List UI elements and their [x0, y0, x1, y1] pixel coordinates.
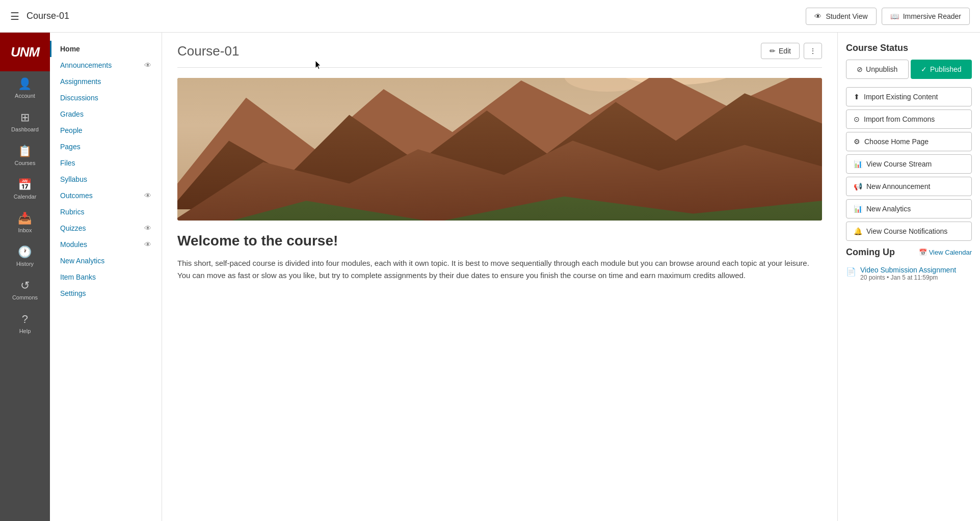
course-status-title: Course Status	[846, 43, 972, 53]
global-nav-item-commons[interactable]: ↺ Commons	[8, 273, 42, 307]
course-nav-item-announcements[interactable]: Announcements👁	[50, 57, 162, 73]
coming-up-header: Coming Up 📅 View Calendar	[846, 247, 972, 258]
courses-label: Courses	[15, 160, 36, 166]
more-options-button[interactable]: ⋮	[804, 43, 822, 59]
courses-icon: 📋	[18, 145, 32, 158]
help-label: Help	[19, 328, 31, 334]
import-commons-icon: ⊙	[854, 115, 860, 123]
global-nav-item-history[interactable]: 🕐 History	[8, 239, 42, 273]
course-nav-label-discussions: Discussions	[60, 94, 98, 102]
course-nav-item-new-analytics[interactable]: New Analytics	[50, 253, 162, 269]
sidebar-action-import-commons[interactable]: ⊙ Import from Commons	[846, 109, 972, 129]
course-nav-label-item-banks: Item Banks	[60, 273, 96, 281]
course-nav-item-quizzes[interactable]: Quizzes👁	[50, 220, 162, 236]
page-header: Course-01 ✏ Edit ⋮	[177, 43, 822, 59]
unpublish-icon: ⊘	[857, 65, 863, 73]
course-nav-item-people[interactable]: People	[50, 122, 162, 139]
sidebar-action-import-existing[interactable]: ⬆ Import Existing Content	[846, 87, 972, 106]
course-nav-item-outcomes[interactable]: Outcomes👁	[50, 187, 162, 204]
global-nav-item-courses[interactable]: 📋 Courses	[8, 139, 42, 172]
course-hero-image	[177, 78, 822, 221]
student-view-label: Student View	[826, 12, 867, 20]
choose-home-label: Choose Home Page	[864, 138, 929, 146]
course-nav-label-modules: Modules	[60, 240, 87, 249]
welcome-heading: Welcome to the course!	[177, 233, 822, 249]
course-nav-item-pages[interactable]: Pages	[50, 139, 162, 155]
unpublish-button[interactable]: ⊘ Unpublish	[846, 60, 909, 79]
course-nav-label-rubrics: Rubrics	[60, 208, 84, 216]
calendar-label: Calendar	[14, 194, 37, 200]
view-calendar-label: View Calendar	[929, 249, 972, 256]
inbox-label: Inbox	[18, 227, 32, 233]
topbar-left: ☰ Course-01	[10, 10, 69, 22]
video-submission-meta: 20 points • Jan 5 at 11:59pm	[860, 274, 956, 281]
course-nav-item-modules[interactable]: Modules👁	[50, 236, 162, 253]
global-nav-item-inbox[interactable]: 📥 Inbox	[8, 206, 42, 239]
main-layout: UNM 👤 Account ⊞ Dashboard 📋 Courses 📅 Ca…	[0, 33, 980, 521]
inbox-icon: 📥	[18, 212, 32, 225]
sidebar-action-view-notifications[interactable]: 🔔 View Course Notifications	[846, 222, 972, 241]
global-nav-item-help[interactable]: ? Help	[8, 307, 42, 340]
published-button[interactable]: ✓ Published	[911, 60, 972, 79]
publish-controls: ⊘ Unpublish ✓ Published	[846, 60, 972, 79]
global-nav-item-calendar[interactable]: 📅 Calendar	[8, 172, 42, 206]
topbar: ☰ Course-01 👁 Student View 📖 Immersive R…	[0, 0, 980, 33]
sidebar-action-view-stream[interactable]: 📊 View Course Stream	[846, 154, 972, 174]
course-nav-label-quizzes: Quizzes	[60, 224, 86, 232]
calendar-icon: 📅	[18, 178, 32, 191]
new-announcement-icon: 📢	[854, 182, 862, 190]
new-announcement-label: New Announcement	[866, 182, 930, 190]
course-nav-label-outcomes: Outcomes	[60, 191, 93, 200]
course-nav-item-rubrics[interactable]: Rubrics	[50, 204, 162, 220]
visibility-icon-quizzes: 👁	[144, 224, 151, 232]
view-notifications-label: View Course Notifications	[866, 227, 947, 235]
course-nav-label-home: Home	[60, 45, 80, 53]
view-calendar-link[interactable]: 📅 View Calendar	[919, 249, 972, 256]
content-area: Course-01 ✏ Edit ⋮	[162, 33, 837, 521]
sidebar-action-new-announcement[interactable]: 📢 New Announcement	[846, 177, 972, 196]
course-nav-item-item-banks[interactable]: Item Banks	[50, 269, 162, 285]
course-nav-label-new-analytics: New Analytics	[60, 257, 104, 265]
visibility-icon-outcomes: 👁	[144, 191, 151, 200]
course-nav: HomeAnnouncements👁AssignmentsDiscussions…	[50, 33, 162, 521]
student-view-button[interactable]: 👁 Student View	[806, 8, 876, 25]
account-label: Account	[15, 93, 35, 99]
course-nav-label-files: Files	[60, 159, 75, 167]
course-nav-item-files[interactable]: Files	[50, 155, 162, 171]
course-nav-item-assignments[interactable]: Assignments	[50, 73, 162, 90]
sidebar-action-choose-home[interactable]: ⚙ Choose Home Page	[846, 132, 972, 151]
published-check-icon: ✓	[921, 65, 927, 73]
commons-icon: ↺	[20, 279, 30, 292]
published-label: Published	[930, 65, 962, 73]
course-nav-label-pages: Pages	[60, 143, 81, 151]
history-icon: 🕐	[18, 245, 32, 259]
page-title: Course-01	[177, 43, 239, 59]
view-notifications-icon: 🔔	[854, 227, 862, 235]
sidebar-action-new-analytics[interactable]: 📊 New Analytics	[846, 199, 972, 218]
edit-label: Edit	[779, 47, 791, 55]
visibility-icon-announcements: 👁	[144, 61, 151, 69]
course-nav-item-syllabus[interactable]: Syllabus	[50, 171, 162, 187]
calendar-icon: 📅	[919, 249, 927, 256]
visibility-icon-modules: 👁	[144, 240, 151, 249]
global-nav-item-dashboard[interactable]: ⊞ Dashboard	[8, 105, 42, 139]
hamburger-menu[interactable]: ☰	[10, 10, 19, 22]
course-nav-label-announcements: Announcements	[60, 61, 112, 69]
logo: UNM	[0, 33, 50, 71]
import-existing-icon: ⬆	[854, 93, 860, 101]
course-nav-item-discussions[interactable]: Discussions	[50, 90, 162, 106]
course-nav-label-people: People	[60, 126, 83, 134]
global-nav: UNM 👤 Account ⊞ Dashboard 📋 Courses 📅 Ca…	[0, 33, 50, 521]
student-view-icon: 👁	[814, 12, 822, 20]
video-submission-title[interactable]: Video Submission Assignment	[860, 266, 956, 274]
course-nav-item-home[interactable]: Home	[50, 41, 162, 57]
edit-icon: ✏	[770, 47, 776, 55]
global-nav-item-account[interactable]: 👤 Account	[8, 71, 42, 105]
dashboard-icon: ⊞	[20, 111, 30, 124]
right-sidebar: Course Status ⊘ Unpublish ✓ Published ⬆ …	[837, 33, 980, 521]
immersive-reader-button[interactable]: 📖 Immersive Reader	[882, 8, 970, 25]
course-nav-item-settings[interactable]: Settings	[50, 285, 162, 301]
course-nav-label-assignments: Assignments	[60, 77, 101, 86]
edit-button[interactable]: ✏ Edit	[761, 43, 800, 59]
course-nav-item-grades[interactable]: Grades	[50, 106, 162, 122]
